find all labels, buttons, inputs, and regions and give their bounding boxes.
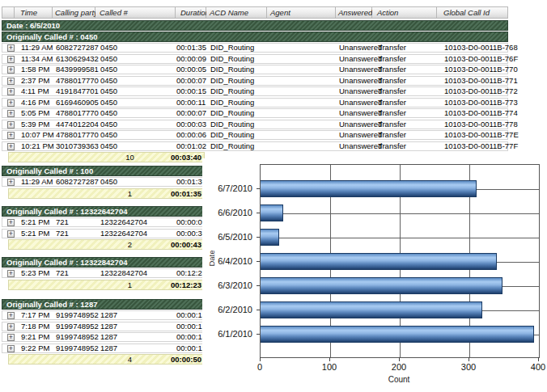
column-header-acd[interactable]: ACD Name (206, 6, 267, 19)
expand-cell: + (2, 109, 15, 117)
cell-time: 11:29 AM (15, 44, 53, 52)
table-row: +9:21 PM9199748952128700:00:14 (2, 332, 206, 342)
cell-time: 5:23 PM (15, 269, 53, 277)
expand-icon[interactable]: + (7, 66, 15, 74)
expand-icon[interactable]: + (7, 78, 15, 85)
expand-icon[interactable]: + (7, 334, 15, 341)
expand-icon[interactable]: + (7, 56, 15, 63)
call-report-page: { "table": { "columns": [ {"id":"expand"… (0, 0, 547, 392)
y-tick-mark (257, 188, 260, 189)
expand-icon[interactable]: + (7, 219, 15, 226)
cell-time: 5:39 PM (15, 120, 53, 129)
summary-total: 00:00:43 (145, 241, 201, 249)
cell-time: 7:18 PM (15, 322, 53, 331)
group-header[interactable]: Originally Called # : 1287 (2, 299, 206, 310)
cell-called: 1287 (96, 344, 176, 352)
summary-total: 00:00:50 (145, 356, 201, 364)
column-header-expand[interactable] (2, 6, 15, 19)
column-header-agent[interactable]: Agent (267, 6, 336, 19)
cell-calling: 721 (53, 269, 96, 277)
cell-duration: 00:00:03 (176, 120, 207, 129)
expand-icon[interactable]: + (7, 312, 15, 319)
cell-called: 12322642704 (96, 230, 176, 238)
expand-cell: + (2, 218, 15, 226)
column-header-call_id[interactable]: Global Call Id (437, 6, 508, 19)
group-section: Originally Called # : 1287+7:17 PM919974… (2, 299, 206, 365)
cell-called: 0450 (96, 77, 176, 85)
group-header[interactable]: Originally Called # : 12322842704 (2, 257, 206, 268)
cell-calling: 4474012204 (53, 120, 96, 129)
x-tick-label: 400 (522, 362, 547, 372)
expand-icon[interactable]: + (7, 110, 15, 117)
column-header-action[interactable]: Action (372, 6, 437, 19)
date-group-header[interactable]: Date : 6/5/2010 (2, 20, 508, 31)
summary-total: 00:01:35 (145, 190, 201, 198)
cell-duration: 00:00:09 (176, 55, 207, 63)
horizontal-gridline (261, 238, 539, 238)
cell-action: Transfer (373, 77, 438, 85)
horizontal-gridline (261, 213, 539, 214)
cell-call_id: 10103-D0-0011B-778 (438, 120, 509, 129)
x-tick-mark (469, 357, 469, 361)
cell-call_id: 10103-D0-0011B-77F (438, 142, 509, 150)
expand-icon[interactable]: + (7, 99, 15, 107)
x-tick-label: 100 (313, 362, 346, 372)
expand-icon[interactable]: + (7, 143, 15, 150)
expand-icon[interactable]: + (7, 44, 15, 52)
cell-calling: 721 (53, 218, 96, 226)
table-header-row: TimeCalling party #Called #DurationACD N… (2, 6, 508, 19)
group-summary-row: 100:01:35 (8, 188, 205, 199)
expand-cell: + (2, 344, 15, 352)
cell-called: 0450 (96, 87, 176, 95)
chart-plot-area (260, 164, 540, 358)
cell-action: Transfer (373, 87, 438, 95)
y-tick-mark (257, 237, 260, 238)
expand-cell: + (2, 120, 15, 129)
cell-call_id: 10103-D0-0011B-774 (438, 109, 509, 117)
summary-total: 00:03:40 (145, 154, 201, 162)
group-header[interactable]: Originally Called # : 100 (2, 166, 206, 176)
table-row: +4:11 PM4191847701045000:00:15DID_Routin… (2, 86, 508, 96)
cell-acd: DID_Routing (207, 99, 268, 107)
expand-icon[interactable]: + (7, 88, 15, 95)
cell-calling: 4191847701 (53, 87, 96, 95)
summary-total: 00:12:23 (145, 281, 201, 289)
column-header-time[interactable]: Time (15, 6, 53, 19)
group-section: Originally Called # : 12322842704+5:23 P… (2, 257, 206, 290)
expand-icon[interactable]: + (7, 230, 15, 238)
x-tick-label: 200 (383, 362, 415, 372)
column-header-duration[interactable]: Duration (176, 6, 206, 19)
column-header-calling[interactable]: Calling party # (53, 6, 95, 19)
cell-answered: Unanswered (337, 44, 373, 52)
table-row: +4:16 PM6169460905045000:00:11DID_Routin… (2, 98, 508, 107)
cell-answered: Unanswered (337, 77, 373, 85)
cell-calling: 9199748952 (53, 344, 96, 352)
cell-called: 0450 (96, 44, 176, 52)
table-row: +5:39 PM4474012204045000:00:03DID_Routin… (2, 120, 508, 129)
y-tick-label: 6/7/2010 (202, 183, 252, 193)
cell-time: 5:21 PM (15, 218, 53, 226)
cell-calling: 3010739363 (53, 142, 96, 150)
cell-called: 1287 (96, 311, 176, 319)
cell-calling: 4788017770 (53, 77, 96, 85)
group-header-label: Originally Called # : 1287 (6, 300, 97, 309)
expand-icon[interactable]: + (7, 270, 15, 277)
cell-time: 2:37 PM (15, 77, 53, 85)
cell-calling: 6082727287 (53, 44, 96, 52)
expand-icon[interactable]: + (7, 132, 15, 139)
cell-agent (268, 142, 337, 150)
expand-icon[interactable]: + (7, 121, 15, 129)
expand-icon[interactable]: + (7, 179, 15, 186)
column-header-called[interactable]: Called # (95, 6, 176, 19)
cell-duration: 00:01:35 (176, 44, 207, 52)
y-tick-label: 6/3/2010 (202, 280, 252, 290)
expand-icon[interactable]: + (7, 323, 15, 331)
group-header[interactable]: Originally Called # : 0450 (2, 32, 508, 42)
group-header-label: Originally Called # : 12322842704 (6, 258, 127, 267)
group-header[interactable]: Originally Called # : 12322642704 (2, 206, 206, 217)
cell-agent (268, 109, 337, 117)
column-header-answered[interactable]: Answered (336, 6, 372, 19)
cell-called: 0450 (96, 131, 176, 139)
cell-called: 0450 (96, 120, 176, 129)
expand-icon[interactable]: + (7, 345, 15, 352)
